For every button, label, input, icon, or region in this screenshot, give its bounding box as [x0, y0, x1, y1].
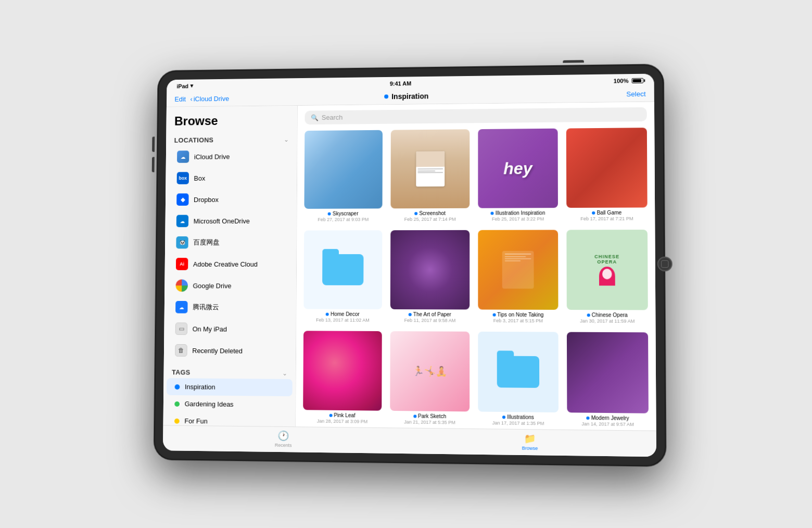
sidebar-item-dropbox[interactable]: ◆ Dropbox: [169, 188, 294, 210]
sidebar-item-tencent[interactable]: ☁ 腾讯微云: [167, 296, 293, 318]
file-item-tips[interactable]: Tips on Note Taking Feb 3, 2017 at 5:15 …: [478, 230, 558, 323]
volume-down-button[interactable]: [152, 157, 155, 172]
tab-recents[interactable]: 🕐 Recents: [163, 429, 405, 449]
search-placeholder: Search: [322, 114, 343, 121]
file-name-home-decor: Home Decor: [326, 311, 360, 317]
back-chevron-icon: ‹: [191, 95, 193, 103]
ipad-local-label: On My iPad: [193, 325, 227, 333]
tencent-icon: ☁: [175, 301, 187, 313]
file-name-ball-game: Ball Game: [592, 210, 621, 216]
forfun-dot: [174, 418, 180, 423]
search-bar[interactable]: 🔍 Search: [304, 107, 646, 124]
file-item-pink-leaf[interactable]: Pink Leaf Jan 28, 2017 at 3:09 PM: [303, 331, 382, 424]
status-right: 100%: [614, 77, 643, 84]
file-date-tips: Feb 3, 2017 at 5:15 PM: [493, 318, 543, 323]
file-name-skyscraper: Skyscraper: [328, 211, 358, 217]
main-content: Browse Locations ⌄ ☁ iCloud Drive box Bo…: [163, 102, 656, 431]
deleted-label: Recently Deleted: [192, 347, 243, 355]
file-item-modern-jewelry[interactable]: Modern Jewelry Jan 14, 2017 at 9:57 AM: [567, 332, 649, 428]
file-thumb-ball-game: [566, 128, 648, 208]
status-left: iPad ▾: [177, 82, 194, 89]
file-item-skyscraper[interactable]: Skyscraper Feb 27, 2017 at 9:03 PM: [304, 130, 383, 222]
file-date-pink-leaf: Jan 28, 2017 at 3:09 PM: [317, 419, 368, 424]
screenshot-image: [390, 129, 470, 208]
tips-image: [478, 230, 558, 310]
battery-fill: [633, 79, 642, 82]
file-item-home-decor[interactable]: Home Decor Feb 13, 2017 at 11:02 AM: [303, 230, 382, 323]
sidebar-title: Browse: [174, 114, 218, 128]
file-name-chinese-opera: Chinese Opera: [587, 312, 628, 318]
battery-body: [632, 78, 644, 83]
browse-label: Browse: [522, 446, 538, 451]
sidebar-item-gardening[interactable]: Gardening Ideas: [167, 395, 293, 413]
illustration-dot: [491, 211, 494, 215]
ipad-device: iPad ▾ 9:41 AM 100% Edit ‹ iCloud: [154, 64, 666, 467]
file-date-park-sketch: Jan 21, 2017 at 5:35 PM: [404, 419, 455, 425]
ipad-local-icon: ▭: [175, 322, 188, 335]
nav-right: Select: [525, 89, 646, 100]
file-name-modern-jewelry: Modern Jewelry: [587, 415, 629, 421]
back-button[interactable]: ‹ iCloud Drive: [191, 95, 230, 103]
power-button[interactable]: [563, 60, 584, 63]
search-icon: 🔍: [311, 114, 319, 121]
inspiration-label: Inspiration: [185, 383, 215, 391]
file-item-chinese-opera[interactable]: CHINESE OPERA Chinese Opera: [566, 230, 648, 324]
skyscraper-image: [304, 130, 383, 209]
pink-leaf-image: [303, 331, 382, 410]
sidebar-item-baidu[interactable]: 🐼 百度网盘: [168, 232, 294, 254]
file-date-modern-jewelry: Jan 14, 2017 at 9:57 AM: [581, 421, 634, 427]
battery-icon: [632, 78, 644, 83]
tags-section-header: Tags ⌄: [163, 363, 295, 379]
inspiration-dot: [175, 384, 180, 389]
edit-button[interactable]: Edit: [174, 95, 186, 103]
sidebar: Browse Locations ⌄ ☁ iCloud Drive box Bo…: [163, 106, 298, 426]
file-item-illustration[interactable]: hey Illustration Inspiration Feb 25, 201…: [478, 129, 558, 222]
icloud-icon: ☁: [177, 150, 189, 163]
tab-browse[interactable]: 📁 Browse: [405, 432, 656, 452]
sidebar-item-onedrive[interactable]: ☁ Microsoft OneDrive: [168, 210, 294, 232]
sidebar-item-google[interactable]: Google Drive: [168, 275, 293, 297]
pink-leaf-dot: [329, 413, 332, 417]
ipad-screen: iPad ▾ 9:41 AM 100% Edit ‹ iCloud: [163, 74, 656, 457]
sidebar-item-ipad[interactable]: ▭ On My iPad: [167, 318, 293, 340]
file-item-ball-game[interactable]: Ball Game Feb 17, 2017 at 7:21 PM: [566, 128, 648, 221]
sidebar-item-adobe[interactable]: Ai Adobe Creative Cloud: [168, 253, 293, 275]
dropbox-icon: ◆: [176, 193, 188, 206]
file-item-art-paper[interactable]: The Art of Paper Feb 11, 2017 at 9:58 AM: [390, 230, 470, 323]
illustration-image: hey: [478, 129, 558, 208]
folder-back-home-decor: [322, 254, 363, 285]
file-thumb-illustrations: [478, 332, 559, 412]
file-date-illustrations: Jan 17, 2017 at 1:35 PM: [492, 420, 544, 426]
chinese-opera-image: CHINESE OPERA: [566, 230, 648, 310]
locations-chevron-icon: ⌄: [284, 136, 289, 143]
baidu-icon: 🐼: [176, 236, 188, 249]
nav-title-dot: [384, 94, 388, 98]
sidebar-item-icloud[interactable]: ☁ iCloud Drive: [169, 145, 294, 168]
park-sketch-image: 🏃🤸🧘: [390, 331, 470, 411]
recents-icon: 🕐: [277, 430, 289, 442]
sidebar-item-forfun[interactable]: For Fun: [166, 412, 292, 427]
carrier-label: iPad: [177, 83, 188, 89]
sidebar-item-deleted[interactable]: 🗑 Recently Deleted: [167, 340, 293, 362]
sidebar-item-box[interactable]: box Box: [169, 167, 294, 189]
file-thumb-home-decor: [303, 230, 382, 309]
volume-up-button[interactable]: [152, 136, 155, 152]
folder-shape-illustrations: [497, 356, 539, 388]
art-paper-image: [390, 230, 470, 310]
file-item-illustrations[interactable]: Illustrations Jan 17, 2017 at 1:35 PM: [478, 332, 559, 426]
google-label: Google Drive: [193, 282, 231, 290]
tags-header-label: Tags: [172, 368, 190, 376]
file-item-park-sketch[interactable]: 🏃🤸🧘 Park Sketch Jan 21, 2017 at 5:35 PM: [390, 331, 470, 425]
file-thumb-park-sketch: 🏃🤸🧘: [390, 331, 470, 411]
select-button[interactable]: Select: [626, 90, 645, 98]
sidebar-item-inspiration[interactable]: Inspiration: [167, 378, 293, 396]
tencent-label: 腾讯微云: [193, 303, 219, 312]
home-button[interactable]: [657, 257, 673, 271]
modern-jewelry-dot: [587, 416, 590, 419]
file-thumb-screenshot: [390, 129, 470, 208]
file-item-screenshot[interactable]: Screenshot Feb 25, 2017 at 7:14 PM: [390, 129, 470, 222]
file-name-tips: Tips on Note Taking: [492, 312, 543, 318]
file-name-art-paper: The Art of Paper: [409, 311, 451, 317]
gardening-dot: [174, 401, 180, 406]
home-decor-dot: [326, 312, 329, 316]
